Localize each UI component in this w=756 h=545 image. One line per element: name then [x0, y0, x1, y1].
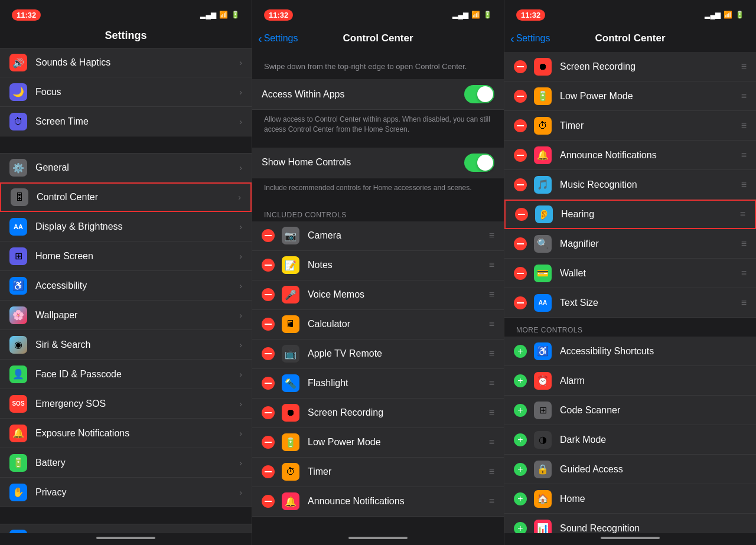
settings-item-controlcenter[interactable]: 🎛 Control Center ›	[0, 182, 252, 212]
status-time-1: 11:32	[12, 9, 41, 21]
control-timer[interactable]: ⏱ Timer ≡	[252, 458, 504, 487]
remove-p3-wallet-btn[interactable]	[514, 267, 527, 280]
settings-item-exposure[interactable]: 🔔 Exposure Notifications ›	[0, 419, 252, 448]
p3-home[interactable]: + 🏠 Home	[504, 484, 756, 514]
back-button-3[interactable]: ‹ Settings	[510, 32, 550, 45]
drag-handle[interactable]: ≡	[489, 496, 494, 507]
drag-handle[interactable]: ≡	[489, 437, 494, 448]
remove-flashlight-btn[interactable]	[262, 377, 275, 390]
p3-hearing-label: Hearing	[561, 209, 740, 220]
drag-handle[interactable]: ≡	[741, 150, 747, 161]
settings-item-accessibility[interactable]: ♿ Accessibility ›	[0, 271, 252, 301]
p3-codescanner[interactable]: + ⊞ Code Scanner	[504, 396, 756, 425]
p3-lowpower[interactable]: 🔋 Low Power Mode ≡	[504, 81, 756, 111]
drag-handle[interactable]: ≡	[741, 298, 747, 308]
control-screenrecording[interactable]: ⏺ Screen Recording ≡	[252, 399, 504, 428]
remove-voicememos-btn[interactable]	[262, 288, 275, 301]
drag-handle[interactable]: ≡	[741, 180, 747, 190]
control-lowpower[interactable]: 🔋 Low Power Mode ≡	[252, 428, 504, 458]
remove-lowpower-btn[interactable]	[262, 436, 275, 449]
drag-handle[interactable]: ≡	[489, 348, 494, 359]
panel3-title: Control Center	[595, 32, 666, 44]
p3-accessshortcuts[interactable]: + ♿ Accessibility Shortcuts	[504, 337, 756, 366]
remove-calculator-btn[interactable]	[262, 318, 275, 331]
drag-handle[interactable]: ≡	[741, 91, 747, 102]
settings-item-focus[interactable]: 🌙 Focus ›	[0, 77, 252, 107]
drag-handle[interactable]: ≡	[489, 319, 494, 329]
settings-item-faceid[interactable]: 👤 Face ID & Passcode ›	[0, 360, 252, 389]
p3-announcenotif[interactable]: 🔔 Announce Notifications ≡	[504, 141, 756, 170]
control-flashlight[interactable]: 🔦 Flashlight ≡	[252, 369, 504, 399]
drag-handle[interactable]: ≡	[741, 239, 747, 249]
settings-item-emergency[interactable]: SOS Emergency SOS ›	[0, 389, 252, 419]
remove-screenrecording-btn[interactable]	[262, 406, 275, 419]
remove-p3-musicrecog-btn[interactable]	[514, 178, 527, 191]
p3-wallet[interactable]: 💳 Wallet ≡	[504, 259, 756, 288]
control-appletvremote[interactable]: 📺 Apple TV Remote ≡	[252, 340, 504, 369]
settings-item-general[interactable]: ⚙️ General ›	[0, 153, 252, 182]
settings-title: Settings	[0, 26, 252, 48]
add-accessshortcuts-btn[interactable]: +	[514, 345, 527, 358]
add-home-btn[interactable]: +	[514, 492, 527, 505]
remove-p3-hearing-btn[interactable]	[515, 208, 528, 221]
drag-handle[interactable]: ≡	[740, 209, 745, 220]
add-darkmode-btn[interactable]: +	[514, 433, 527, 446]
remove-appletvremote-btn[interactable]	[262, 347, 275, 360]
drag-handle[interactable]: ≡	[741, 61, 747, 72]
drag-handle[interactable]: ≡	[741, 268, 747, 279]
remove-p3-lowpower-btn[interactable]	[514, 90, 527, 103]
remove-p3-announcenotif-btn[interactable]	[514, 149, 527, 162]
appletvremote-icon: 📺	[282, 345, 299, 363]
p3-screenrecording[interactable]: ⏺ Screen Recording ≡	[504, 52, 756, 81]
remove-notes-btn[interactable]	[262, 259, 275, 272]
settings-item-siri[interactable]: ◉ Siri & Search ›	[0, 330, 252, 360]
settings-item-appstore[interactable]: A App Store ›	[0, 524, 252, 533]
p3-musicrecog[interactable]: 🎵 Music Recognition ≡	[504, 170, 756, 200]
settings-item-display[interactable]: AA Display & Brightness ›	[0, 212, 252, 242]
p3-guidedaccess[interactable]: + 🔒 Guided Access	[504, 455, 756, 484]
drag-handle[interactable]: ≡	[489, 230, 494, 241]
back-button-2[interactable]: ‹ Settings	[258, 32, 298, 45]
settings-item-sounds[interactable]: 🔊 Sounds & Haptics ›	[0, 48, 252, 77]
p3-timer[interactable]: ⏱ Timer ≡	[504, 111, 756, 141]
drag-handle[interactable]: ≡	[489, 466, 494, 477]
p3-textsize[interactable]: AA Text Size ≡	[504, 288, 756, 318]
settings-item-battery[interactable]: 🔋 Battery ›	[0, 448, 252, 478]
settings-item-wallpaper[interactable]: 🌸 Wallpaper ›	[0, 301, 252, 330]
remove-timer-btn[interactable]	[262, 465, 275, 478]
remove-p3-textsize-btn[interactable]	[514, 296, 527, 309]
drag-handle[interactable]: ≡	[489, 407, 494, 418]
access-within-apps-toggle[interactable]	[464, 85, 494, 103]
p3-soundrecog[interactable]: + 📊 Sound Recognition	[504, 514, 756, 533]
remove-camera-btn[interactable]	[262, 229, 275, 242]
control-calculator[interactable]: 🖩 Calculator ≡	[252, 310, 504, 340]
drag-handle[interactable]: ≡	[489, 260, 494, 270]
settings-item-screentime[interactable]: ⏱ Screen Time ›	[0, 107, 252, 136]
settings-item-homescreen[interactable]: ⊞ Home Screen ›	[0, 242, 252, 271]
remove-p3-timer-btn[interactable]	[514, 119, 527, 132]
add-codescanner-btn[interactable]: +	[514, 404, 527, 417]
control-notes[interactable]: 📝 Notes ≡	[252, 251, 504, 280]
p3-hearing[interactable]: 👂 Hearing ≡	[504, 200, 756, 229]
p3-alarm[interactable]: + ⏰ Alarm	[504, 366, 756, 396]
drag-handle[interactable]: ≡	[741, 120, 747, 131]
remove-announcenotif-btn[interactable]	[262, 495, 275, 508]
battery-icon: 🔋	[483, 11, 492, 19]
drag-handle[interactable]: ≡	[489, 289, 494, 300]
remove-p3-screenrecording-btn[interactable]	[514, 60, 527, 73]
control-announcenotif[interactable]: 🔔 Announce Notifications ≡	[252, 487, 504, 517]
add-soundrecog-btn[interactable]: +	[514, 522, 527, 534]
control-camera[interactable]: 📷 Camera ≡	[252, 221, 504, 251]
remove-p3-magnifier-btn[interactable]	[514, 237, 527, 250]
p3-magnifier[interactable]: 🔍 Magnifier ≡	[504, 229, 756, 259]
show-home-controls-toggle[interactable]	[464, 154, 494, 172]
drag-handle[interactable]: ≡	[489, 378, 494, 389]
add-guidedaccess-btn[interactable]: +	[514, 463, 527, 476]
p3-darkmode[interactable]: + ◑ Dark Mode	[504, 425, 756, 455]
settings-item-privacy[interactable]: ✋ Privacy ›	[0, 478, 252, 507]
add-alarm-btn[interactable]: +	[514, 374, 527, 387]
control-voicememos[interactable]: 🎤 Voice Memos ≡	[252, 280, 504, 310]
status-time-2: 11:32	[264, 9, 293, 21]
p3-magnifier-label: Magnifier	[560, 239, 741, 249]
lowpower-icon: 🔋	[282, 433, 299, 451]
